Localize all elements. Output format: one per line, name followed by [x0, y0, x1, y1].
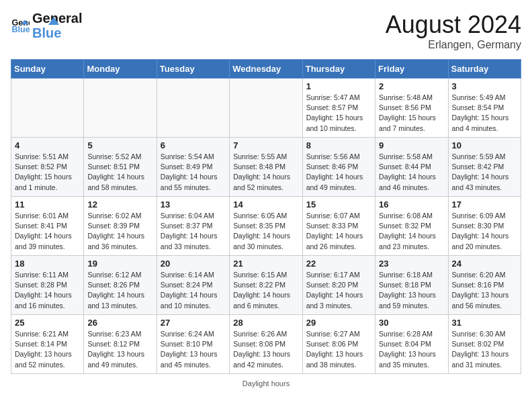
- day-number: 25: [15, 318, 80, 328]
- week-row: 1Sunrise: 5:47 AM Sunset: 8:57 PM Daylig…: [11, 79, 521, 138]
- day-info: Sunrise: 6:14 AM Sunset: 8:24 PM Dayligh…: [161, 270, 226, 311]
- day-number: 16: [379, 199, 444, 210]
- day-number: 10: [452, 140, 517, 150]
- calendar-cell: [11, 79, 84, 138]
- calendar-cell: 5Sunrise: 5:52 AM Sunset: 8:51 PM Daylig…: [84, 138, 157, 197]
- calendar-cell: 24Sunrise: 6:20 AM Sunset: 8:16 PM Dayli…: [448, 256, 521, 315]
- calendar-cell: 27Sunrise: 6:24 AM Sunset: 8:10 PM Dayli…: [157, 315, 229, 374]
- day-number: 4: [15, 140, 80, 150]
- week-row: 25Sunrise: 6:21 AM Sunset: 8:14 PM Dayli…: [11, 315, 521, 374]
- calendar-cell: [230, 79, 302, 138]
- calendar-cell: [84, 79, 157, 138]
- location-subtitle: Erlangen, Germany: [386, 39, 521, 51]
- day-number: 18: [15, 259, 80, 269]
- day-number: 8: [306, 140, 371, 150]
- day-number: 1: [306, 81, 371, 91]
- calendar-cell: [157, 79, 229, 138]
- calendar-cell: 7Sunrise: 5:55 AM Sunset: 8:48 PM Daylig…: [230, 138, 302, 197]
- day-number: 2: [379, 81, 444, 91]
- calendar-cell: 6Sunrise: 5:54 AM Sunset: 8:49 PM Daylig…: [157, 138, 229, 197]
- day-info: Sunrise: 5:58 AM Sunset: 8:44 PM Dayligh…: [379, 152, 444, 193]
- title-area: August 2024 Erlangen, Germany: [386, 11, 521, 51]
- calendar-cell: 20Sunrise: 6:14 AM Sunset: 8:24 PM Dayli…: [157, 256, 229, 315]
- day-number: 30: [379, 318, 444, 328]
- calendar-cell: 28Sunrise: 6:26 AM Sunset: 8:08 PM Dayli…: [230, 315, 302, 374]
- day-number: 17: [452, 199, 517, 210]
- calendar-day-header: Friday: [375, 60, 448, 79]
- day-number: 14: [233, 199, 298, 210]
- calendar-table: SundayMondayTuesdayWednesdayThursdayFrid…: [11, 59, 521, 374]
- day-info: Sunrise: 5:51 AM Sunset: 8:52 PM Dayligh…: [15, 152, 80, 193]
- day-info: Sunrise: 5:47 AM Sunset: 8:57 PM Dayligh…: [306, 93, 371, 134]
- calendar-cell: 14Sunrise: 6:05 AM Sunset: 8:35 PM Dayli…: [230, 197, 302, 256]
- day-number: 29: [306, 318, 371, 328]
- calendar-cell: 31Sunrise: 6:30 AM Sunset: 8:02 PM Dayli…: [448, 315, 521, 374]
- week-row: 18Sunrise: 6:11 AM Sunset: 8:28 PM Dayli…: [11, 256, 521, 315]
- day-number: 28: [233, 318, 298, 328]
- calendar-day-header: Tuesday: [157, 60, 229, 79]
- calendar-cell: 10Sunrise: 5:59 AM Sunset: 8:42 PM Dayli…: [448, 138, 521, 197]
- week-row: 4Sunrise: 5:51 AM Sunset: 8:52 PM Daylig…: [11, 138, 521, 197]
- day-number: 13: [161, 199, 226, 210]
- day-info: Sunrise: 6:07 AM Sunset: 8:33 PM Dayligh…: [306, 211, 371, 252]
- day-info: Sunrise: 6:11 AM Sunset: 8:28 PM Dayligh…: [15, 270, 80, 311]
- day-info: Sunrise: 6:09 AM Sunset: 8:30 PM Dayligh…: [452, 211, 517, 252]
- week-row: 11Sunrise: 6:01 AM Sunset: 8:41 PM Dayli…: [11, 197, 521, 256]
- calendar-cell: 26Sunrise: 6:23 AM Sunset: 8:12 PM Dayli…: [84, 315, 157, 374]
- calendar-cell: 8Sunrise: 5:56 AM Sunset: 8:46 PM Daylig…: [302, 138, 375, 197]
- day-info: Sunrise: 6:26 AM Sunset: 8:08 PM Dayligh…: [233, 329, 298, 370]
- calendar-cell: 21Sunrise: 6:15 AM Sunset: 8:22 PM Dayli…: [230, 256, 302, 315]
- logo: General Blue General Blue: [11, 11, 59, 40]
- calendar-cell: 11Sunrise: 6:01 AM Sunset: 8:41 PM Dayli…: [11, 197, 84, 256]
- day-info: Sunrise: 5:49 AM Sunset: 8:54 PM Dayligh…: [452, 93, 517, 134]
- calendar-header-row: SundayMondayTuesdayWednesdayThursdayFrid…: [11, 60, 521, 79]
- svg-marker-3: [48, 17, 59, 25]
- calendar-cell: 3Sunrise: 5:49 AM Sunset: 8:54 PM Daylig…: [448, 79, 521, 138]
- day-info: Sunrise: 5:54 AM Sunset: 8:49 PM Dayligh…: [161, 152, 226, 193]
- calendar-cell: 19Sunrise: 6:12 AM Sunset: 8:26 PM Dayli…: [84, 256, 157, 315]
- day-number: 7: [233, 140, 298, 150]
- calendar-cell: 12Sunrise: 6:02 AM Sunset: 8:39 PM Dayli…: [84, 197, 157, 256]
- day-info: Sunrise: 5:55 AM Sunset: 8:48 PM Dayligh…: [233, 152, 298, 193]
- calendar-cell: 15Sunrise: 6:07 AM Sunset: 8:33 PM Dayli…: [302, 197, 375, 256]
- day-info: Sunrise: 6:28 AM Sunset: 8:04 PM Dayligh…: [379, 329, 444, 370]
- day-number: 27: [161, 318, 226, 328]
- day-info: Sunrise: 6:08 AM Sunset: 8:32 PM Dayligh…: [379, 211, 444, 252]
- month-year-title: August 2024: [386, 11, 521, 39]
- day-number: 26: [87, 318, 152, 328]
- day-number: 6: [161, 140, 226, 150]
- day-number: 21: [233, 259, 298, 269]
- day-number: 3: [452, 81, 517, 91]
- day-number: 11: [15, 199, 80, 210]
- calendar-cell: 9Sunrise: 5:58 AM Sunset: 8:44 PM Daylig…: [375, 138, 448, 197]
- calendar-cell: 29Sunrise: 6:27 AM Sunset: 8:06 PM Dayli…: [302, 315, 375, 374]
- day-number: 12: [87, 199, 152, 210]
- day-info: Sunrise: 6:05 AM Sunset: 8:35 PM Dayligh…: [233, 211, 298, 252]
- calendar-day-header: Thursday: [302, 60, 375, 79]
- calendar-cell: 1Sunrise: 5:47 AM Sunset: 8:57 PM Daylig…: [302, 79, 375, 138]
- svg-text:Blue: Blue: [11, 25, 30, 34]
- calendar-cell: 25Sunrise: 6:21 AM Sunset: 8:14 PM Dayli…: [11, 315, 84, 374]
- day-number: 5: [87, 140, 152, 150]
- calendar-cell: 17Sunrise: 6:09 AM Sunset: 8:30 PM Dayli…: [448, 197, 521, 256]
- day-number: 22: [306, 259, 371, 269]
- day-info: Sunrise: 5:59 AM Sunset: 8:42 PM Dayligh…: [452, 152, 517, 193]
- calendar-cell: 13Sunrise: 6:04 AM Sunset: 8:37 PM Dayli…: [157, 197, 229, 256]
- day-number: 31: [452, 318, 517, 328]
- day-info: Sunrise: 6:24 AM Sunset: 8:10 PM Dayligh…: [161, 329, 226, 370]
- day-info: Sunrise: 6:01 AM Sunset: 8:41 PM Dayligh…: [15, 211, 80, 252]
- day-info: Sunrise: 6:20 AM Sunset: 8:16 PM Dayligh…: [452, 270, 517, 311]
- calendar-cell: 2Sunrise: 5:48 AM Sunset: 8:56 PM Daylig…: [375, 79, 448, 138]
- day-number: 23: [379, 259, 444, 269]
- calendar-day-header: Wednesday: [230, 60, 302, 79]
- logo-icon: General Blue: [11, 16, 30, 35]
- calendar-cell: 16Sunrise: 6:08 AM Sunset: 8:32 PM Dayli…: [375, 197, 448, 256]
- page-header: General Blue General Blue August 2024 Er…: [11, 11, 521, 51]
- day-number: 20: [161, 259, 226, 269]
- day-number: 24: [452, 259, 517, 269]
- day-info: Sunrise: 6:18 AM Sunset: 8:18 PM Dayligh…: [379, 270, 444, 311]
- day-info: Sunrise: 6:30 AM Sunset: 8:02 PM Dayligh…: [452, 329, 517, 370]
- calendar-day-header: Saturday: [448, 60, 521, 79]
- calendar-cell: 22Sunrise: 6:17 AM Sunset: 8:20 PM Dayli…: [302, 256, 375, 315]
- calendar-cell: 30Sunrise: 6:28 AM Sunset: 8:04 PM Dayli…: [375, 315, 448, 374]
